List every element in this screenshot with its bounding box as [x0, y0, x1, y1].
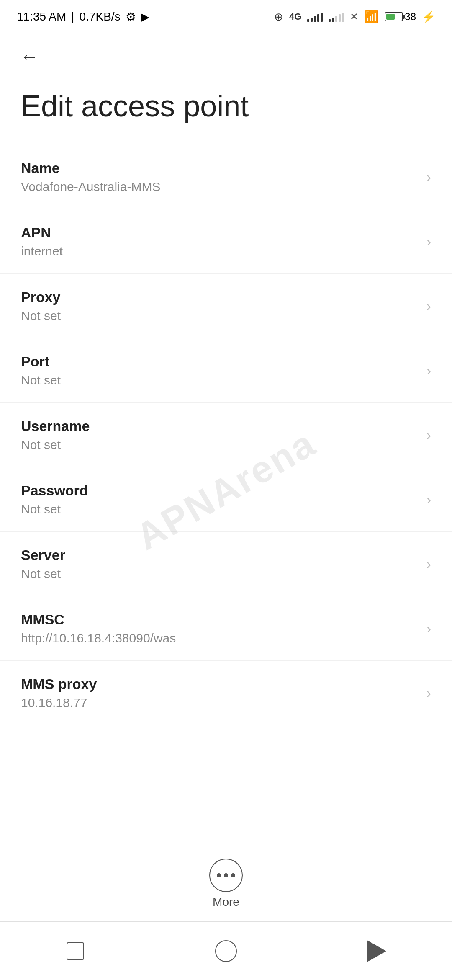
- setting-port-value: Not set: [21, 373, 418, 387]
- wifi-icon: 📶: [364, 10, 379, 24]
- battery-fill: [386, 14, 395, 20]
- dot-2: [224, 873, 228, 877]
- setting-proxy-content: Proxy Not set: [21, 289, 418, 323]
- status-left: 11:35 AM | 0.7KB/s ⚙ ▶: [17, 10, 149, 24]
- recents-icon: [67, 942, 84, 960]
- setting-password-value: Not set: [21, 502, 418, 516]
- setting-mms-proxy-value: 10.16.18.77: [21, 696, 418, 710]
- setting-apn-label: APN: [21, 224, 418, 241]
- setting-mms-proxy-label: MMS proxy: [21, 676, 418, 692]
- chevron-right-icon: ›: [426, 685, 431, 701]
- dot-3: [231, 873, 235, 877]
- toolbar: ←: [0, 34, 452, 75]
- battery-indicator: 38: [385, 11, 416, 23]
- nav-back-button[interactable]: [360, 934, 393, 968]
- setting-username-content: Username Not set: [21, 418, 418, 452]
- network-speed: 0.7KB/s: [80, 10, 121, 23]
- setting-mmsc-value: http://10.16.18.4:38090/was: [21, 631, 418, 645]
- setting-username-label: Username: [21, 418, 418, 434]
- setting-server-label: Server: [21, 547, 418, 563]
- nav-bar: [0, 921, 452, 980]
- back-icon: [367, 940, 386, 962]
- setting-server-content: Server Not set: [21, 547, 418, 581]
- setting-proxy-value: Not set: [21, 309, 418, 323]
- home-icon: [215, 940, 237, 962]
- chevron-right-icon: ›: [426, 427, 431, 443]
- more-dots-icon: [217, 873, 235, 877]
- setting-name-value: Vodafone-Australia-MMS: [21, 180, 418, 194]
- setting-port-content: Port Not set: [21, 353, 418, 387]
- chevron-right-icon: ›: [426, 491, 431, 508]
- setting-apn-value: internet: [21, 244, 418, 258]
- settings-icon: ⚙: [126, 10, 136, 24]
- chevron-right-icon: ›: [426, 620, 431, 637]
- status-bar: 11:35 AM | 0.7KB/s ⚙ ▶ ⊕ 4G ✕ 📶: [0, 0, 452, 34]
- setting-mms-proxy-content: MMS proxy 10.16.18.77: [21, 676, 418, 710]
- bluetooth-icon: ⊕: [274, 10, 283, 23]
- chevron-right-icon: ›: [426, 298, 431, 314]
- separator: |: [71, 10, 74, 23]
- setting-port[interactable]: Port Not set ›: [0, 338, 452, 403]
- setting-password-label: Password: [21, 482, 418, 499]
- page-title: Edit access point: [0, 75, 452, 145]
- signal-bars-1: [307, 12, 323, 22]
- setting-mmsc-content: MMSC http://10.16.18.4:38090/was: [21, 611, 418, 645]
- setting-password[interactable]: Password Not set ›: [0, 467, 452, 532]
- charging-icon: ⚡: [422, 10, 435, 23]
- nav-recents-button[interactable]: [59, 934, 92, 968]
- nav-home-button[interactable]: [209, 934, 243, 968]
- setting-username[interactable]: Username Not set ›: [0, 403, 452, 467]
- status-right: ⊕ 4G ✕ 📶 38 ⚡: [274, 10, 435, 24]
- battery-box: [385, 12, 403, 21]
- time: 11:35 AM: [17, 10, 66, 23]
- setting-username-value: Not set: [21, 438, 418, 452]
- setting-password-content: Password Not set: [21, 482, 418, 516]
- signal-bars-2: [329, 12, 344, 22]
- back-arrow-icon: ←: [20, 46, 39, 67]
- setting-name-content: Name Vodafone-Australia-MMS: [21, 160, 418, 194]
- battery-percent: 38: [405, 11, 416, 23]
- more-button[interactable]: More: [209, 859, 243, 909]
- setting-server-value: Not set: [21, 567, 418, 581]
- chevron-right-icon: ›: [426, 169, 431, 185]
- setting-apn-content: APN internet: [21, 224, 418, 258]
- chevron-right-icon: ›: [426, 233, 431, 250]
- chevron-right-icon: ›: [426, 362, 431, 379]
- network-4g-icon: 4G: [289, 11, 301, 22]
- setting-apn[interactable]: APN internet ›: [0, 209, 452, 274]
- setting-name[interactable]: Name Vodafone-Australia-MMS ›: [0, 145, 452, 209]
- setting-mmsc[interactable]: MMSC http://10.16.18.4:38090/was ›: [0, 596, 452, 661]
- back-button[interactable]: ←: [17, 44, 42, 69]
- setting-mmsc-label: MMSC: [21, 611, 418, 628]
- more-circle-icon: [209, 859, 243, 892]
- settings-list: Name Vodafone-Australia-MMS › APN intern…: [0, 145, 452, 725]
- dot-1: [217, 873, 221, 877]
- video-icon: ▶: [141, 10, 149, 23]
- setting-proxy[interactable]: Proxy Not set ›: [0, 274, 452, 338]
- setting-proxy-label: Proxy: [21, 289, 418, 305]
- no-signal-icon: ✕: [350, 11, 358, 23]
- setting-server[interactable]: Server Not set ›: [0, 532, 452, 596]
- more-label: More: [213, 895, 239, 909]
- setting-port-label: Port: [21, 353, 418, 370]
- chevron-right-icon: ›: [426, 556, 431, 572]
- setting-mms-proxy[interactable]: MMS proxy 10.16.18.77 ›: [0, 661, 452, 725]
- setting-name-label: Name: [21, 160, 418, 176]
